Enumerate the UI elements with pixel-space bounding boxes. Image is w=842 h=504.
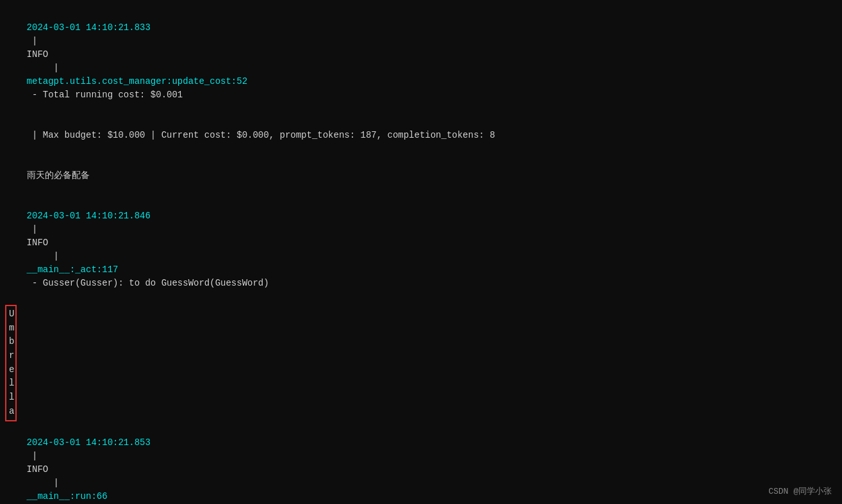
umbrella-char-U: U — [9, 307, 14, 321]
log-line-1: 2024-03-01 14:10:21.833 | INFO | metagpt… — [5, 8, 837, 115]
umbrella-char-b: b — [9, 335, 14, 349]
log-line-2: | Max budget: $10.000 | Current cost: $0… — [5, 115, 837, 156]
umbrella-box-1: U m b r e l l a — [5, 305, 17, 421]
umbrella-char-m: m — [9, 321, 14, 336]
msg-4: - Gusser(Gusser): to do GuessWord(GuessW… — [27, 278, 269, 288]
sep-run-b: | — [27, 478, 65, 488]
sep-run: | — [27, 451, 43, 461]
msg-1: - Total running cost: $0.001 — [27, 90, 183, 100]
umbrella-block-1: U m b r e l l a — [5, 305, 837, 421]
timestamp-4: 2024-03-01 14:10:21.846 — [27, 211, 151, 221]
log-line-run: 2024-03-01 14:10:21.853 | INFO | __main_… — [5, 423, 837, 505]
sep-1b: | — [27, 63, 65, 73]
sep-1: | — [27, 36, 43, 46]
sep-4: | — [27, 224, 43, 234]
umbrella-char-e: e — [9, 363, 14, 377]
log-line-4: 2024-03-01 14:10:21.846 | INFO | __main_… — [5, 196, 837, 304]
chinese-line-1: 雨天的必备配备 — [5, 156, 837, 196]
umbrella-char-a: a — [9, 405, 14, 419]
module-run: __main__:run:66 — [27, 491, 108, 501]
level-run: INFO — [27, 464, 49, 475]
umbrella-char-l2: l — [9, 391, 14, 405]
sep-4b: | — [27, 251, 65, 261]
timestamp-1: 2024-03-01 14:10:21.833 — [27, 22, 151, 33]
msg-2: | Max budget: $10.000 | Current cost: $0… — [27, 130, 495, 140]
umbrella-char-r: r — [9, 349, 14, 363]
module-4: __main__:_act:117 — [27, 264, 119, 275]
module-1: metagpt.utils.cost_manager:update_cost:5… — [27, 76, 247, 86]
chinese-text-1: 雨天的必备配备 — [27, 170, 90, 181]
level-1: INFO — [27, 49, 49, 60]
umbrella-char-l1: l — [9, 377, 14, 391]
watermark: CSDN @同学小张 — [768, 485, 832, 498]
level-4: INFO — [27, 238, 49, 248]
timestamp-run: 2024-03-01 14:10:21.853 — [27, 437, 151, 448]
terminal-output: 2024-03-01 14:10:21.833 | INFO | metagpt… — [0, 5, 842, 504]
